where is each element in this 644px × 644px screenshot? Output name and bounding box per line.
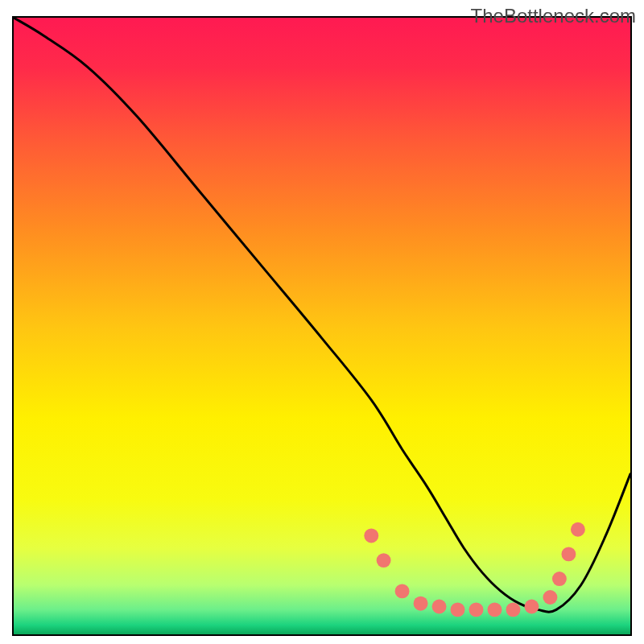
bottleneck-curve (14, 18, 630, 612)
highlight-dot (571, 522, 585, 537)
highlight-dot (395, 584, 410, 598)
highlight-dot (552, 572, 567, 586)
highlight-dot (524, 600, 539, 614)
highlight-dot (451, 602, 465, 617)
highlight-dot (469, 602, 484, 617)
plot-frame (12, 16, 632, 636)
highlight-dot (488, 602, 502, 617)
highlight-dot (414, 597, 428, 611)
chart-container: TheBottleneck.com (0, 0, 644, 644)
watermark-text: TheBottleneck.com (471, 5, 636, 27)
highlight-dot (543, 590, 557, 605)
highlight-dot (561, 547, 576, 561)
highlight-dots (364, 522, 585, 617)
highlight-dot (432, 600, 447, 614)
chart-overlay (14, 18, 630, 634)
highlight-dot (377, 553, 391, 568)
highlight-dot (506, 602, 521, 617)
highlight-dot (364, 528, 378, 543)
